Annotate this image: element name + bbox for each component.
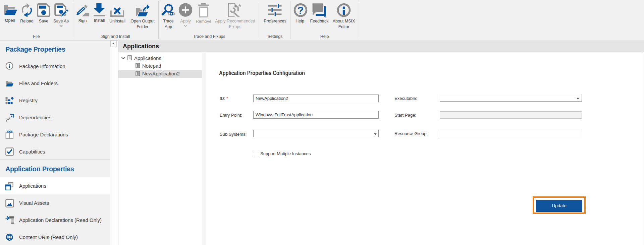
svg-text:?: ?: [298, 5, 304, 16]
